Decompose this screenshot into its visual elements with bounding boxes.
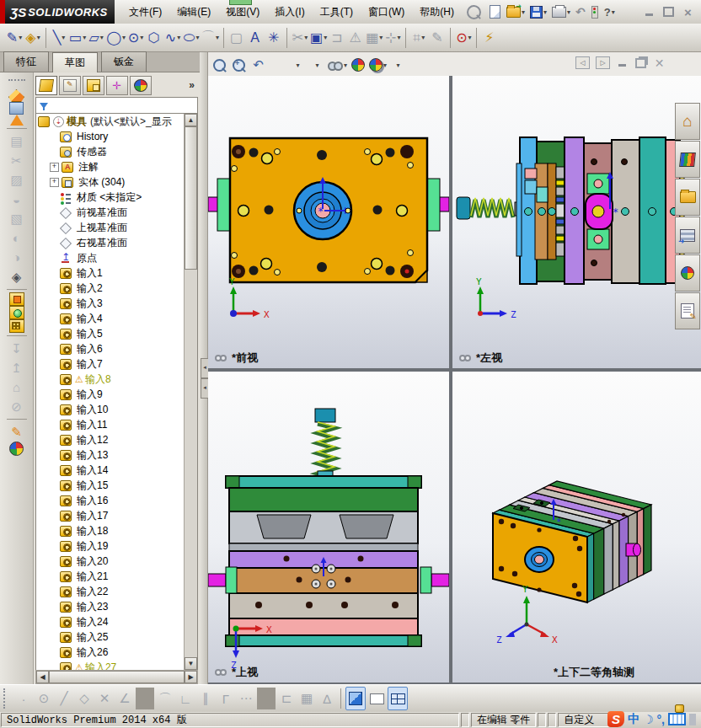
parallel-snap-icon[interactable]: ∥ <box>196 688 215 709</box>
zoom-to-fit-icon[interactable] <box>211 55 228 75</box>
tree-item[interactable]: 输入3 <box>36 296 185 311</box>
maximize-button[interactable] <box>662 7 675 18</box>
move-face-icon[interactable]: ◈ <box>5 267 29 286</box>
doc-restore-button[interactable] <box>634 57 647 68</box>
spline-icon[interactable]: ∿▾ <box>164 27 181 49</box>
tree-item[interactable]: 输入5 <box>36 326 185 341</box>
expand-box[interactable] <box>50 224 57 232</box>
expand-box[interactable] <box>50 603 57 611</box>
expand-box[interactable] <box>50 482 57 490</box>
command-tab[interactable]: 草图 <box>52 52 98 72</box>
view-palette-icon[interactable] <box>675 217 700 254</box>
offset-entities-icon[interactable]: ⊐ <box>329 27 345 49</box>
rebuild-icon[interactable] <box>590 5 601 19</box>
ruled-surface-icon[interactable]: ✎ <box>5 422 29 442</box>
corner-snap-icon[interactable]: Γ <box>217 688 235 709</box>
expand-box[interactable] <box>50 361 57 368</box>
smart-dimension-icon[interactable]: ◈▾ <box>24 27 41 49</box>
tree-root-item[interactable]: ⇣ 模具 (默认<默认>_显示 <box>36 114 185 129</box>
auto-dimension-icon[interactable]: ⊙▾ <box>455 27 472 49</box>
toolbar-drag-handle[interactable] <box>8 79 25 84</box>
viewport-top[interactable]: X Z *上视 <box>208 372 449 682</box>
expand-box[interactable] <box>50 209 57 217</box>
expand-box[interactable] <box>50 421 57 429</box>
shut-off-surface-icon[interactable] <box>9 102 24 115</box>
view-settings-icon[interactable]: ▾ <box>389 55 406 75</box>
tree-item[interactable]: History <box>36 129 185 144</box>
expand-box[interactable] <box>50 315 57 323</box>
tree-item[interactable]: ⚠ 输入27 <box>36 660 185 670</box>
punctuation-icon[interactable]: °, <box>657 713 666 726</box>
trim-entities-icon[interactable]: ✂▾ <box>292 27 308 49</box>
polygon-snap-icon[interactable]: ◇ <box>75 688 94 709</box>
chinese-mode-icon[interactable]: 中 <box>628 712 639 727</box>
expand-box[interactable] <box>50 497 57 505</box>
tree-item[interactable]: 输入24 <box>36 614 185 629</box>
tree-item[interactable]: 输入16 <box>36 493 185 508</box>
tree-item[interactable]: 输入21 <box>36 569 185 584</box>
soft-keyboard-icon[interactable] <box>668 713 686 725</box>
menu-item[interactable]: 窗口(W) <box>361 2 412 23</box>
viewport-left[interactable]: * Y Z *左视 <box>452 76 701 368</box>
tree-item[interactable]: 输入20 <box>36 554 185 569</box>
command-tab[interactable]: 特征 <box>3 51 49 72</box>
sketch-icon[interactable]: ✎▾ <box>6 27 23 49</box>
toolbox-partial-icon[interactable] <box>689 714 696 725</box>
midpoint-snap-icon[interactable]: ⋯ <box>237 688 255 709</box>
tree-item[interactable]: 输入6 <box>36 341 185 356</box>
tree-item[interactable]: 输入9 <box>36 387 185 402</box>
add-relation-icon[interactable]: ✎ <box>429 27 446 49</box>
tree-item[interactable]: 输入4 <box>36 311 185 326</box>
expand-box[interactable]: + <box>50 163 59 172</box>
undercut-analysis-icon[interactable]: ⊘ <box>5 397 29 416</box>
expand-box[interactable] <box>50 376 57 383</box>
propertymanager-tab-icon[interactable] <box>59 76 81 95</box>
text-icon[interactable]: A <box>247 27 264 49</box>
corner-rectangle-icon[interactable]: ▭▾ <box>69 27 86 49</box>
ellipse-icon[interactable]: ⬭▾ <box>183 27 200 49</box>
tile-right-icon[interactable]: ▷ <box>596 56 610 69</box>
expand-box[interactable] <box>50 239 57 247</box>
core-icon[interactable] <box>9 292 24 306</box>
expand-box[interactable] <box>50 300 57 308</box>
straight-slot-icon[interactable]: ▱▾ <box>88 27 104 49</box>
parting-line-icon[interactable] <box>8 89 24 102</box>
filled-surface-icon[interactable]: ▧ <box>5 209 29 228</box>
section-view-icon[interactable] <box>270 55 286 75</box>
knit-surface-icon[interactable]: ▨ <box>5 170 29 190</box>
expand-box[interactable] <box>50 391 57 399</box>
menu-item[interactable]: 插入(I) <box>267 2 312 23</box>
expand-box[interactable] <box>50 618 57 626</box>
length-snap-icon[interactable]: ⊏ <box>277 688 296 709</box>
scroll-left-button[interactable]: ◀ <box>36 671 49 683</box>
expand-box[interactable] <box>50 406 57 414</box>
edit-appearance-icon[interactable] <box>350 55 367 75</box>
tree-horizontal-scrollbar[interactable]: ◀ ▶ <box>35 670 198 684</box>
tree-item[interactable]: 输入14 <box>36 463 185 478</box>
dimxpertmanager-tab-icon[interactable] <box>106 76 128 95</box>
scroll-thumb[interactable] <box>49 671 185 683</box>
expand-box[interactable] <box>50 512 57 520</box>
center-snap-icon[interactable]: ⊙ <box>35 688 53 709</box>
expand-box[interactable] <box>50 270 57 277</box>
point-snap-icon[interactable]: · <box>14 688 33 709</box>
tree-item[interactable]: 输入12 <box>36 432 185 447</box>
expand-box[interactable] <box>50 285 57 292</box>
tree-item[interactable]: 前视基准面 <box>36 205 185 220</box>
expand-box[interactable]: + <box>50 178 59 187</box>
replace-face-icon[interactable]: ◑ <box>5 248 29 267</box>
expand-box[interactable] <box>50 527 57 535</box>
angle-snap-icon[interactable]: ∠ <box>115 688 134 709</box>
tree-item[interactable]: 输入2 <box>36 281 185 296</box>
tree-item[interactable]: 输入7 <box>36 356 185 372</box>
doc-minimize-button[interactable] <box>616 57 629 68</box>
undo-icon[interactable]: ↶ <box>574 6 588 18</box>
menu-item[interactable]: 编辑(E) <box>169 2 218 23</box>
cavity-icon[interactable] <box>9 306 24 319</box>
trim-surface-icon[interactable]: ✂ <box>5 151 29 170</box>
file-explorer-icon[interactable] <box>675 179 700 216</box>
featuremanager-tree-tab-icon[interactable] <box>35 76 57 95</box>
tree-item[interactable]: 输入10 <box>36 402 185 417</box>
panel-splitter[interactable]: ◂ ◂ <box>200 52 208 684</box>
expand-box[interactable] <box>50 133 57 141</box>
